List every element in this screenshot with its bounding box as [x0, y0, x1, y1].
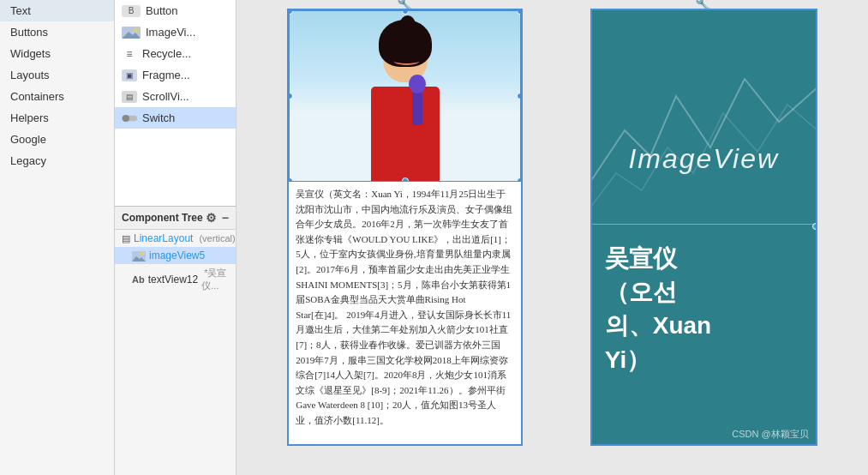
sidebar-item-buttons[interactable]: Buttons — [0, 21, 114, 43]
sidebar-item-text[interactable]: Text — [0, 0, 114, 21]
svg-point-7 — [141, 252, 144, 256]
tree-item-label-textview12: textView12 — [148, 274, 198, 286]
sidebar-item-google[interactable]: Google — [0, 129, 114, 150]
component-item-imageview[interactable]: ImageVi... — [115, 21, 236, 43]
component-item-fragment[interactable]: ▣ Fragme... — [115, 64, 236, 86]
component-label-button: Button — [146, 4, 178, 17]
editor-area: 🔧 — [236, 0, 868, 475]
tree-settings-icon[interactable]: ⚙ — [206, 211, 217, 225]
sidebar-item-helpers[interactable]: Helpers — [0, 107, 114, 129]
tree-layout-icon: ▤ — [122, 233, 130, 244]
component-item-scrollview[interactable]: ▤ ScrollVi... — [115, 86, 236, 107]
right-phone-container: 🔧 ImageView 吴宣仪 （오선 의、Xuan Yi） CSDN @林颖宝… — [590, 9, 817, 446]
fragment-icon: ▣ — [122, 69, 137, 81]
sidebar-item-legacy[interactable]: Legacy — [0, 150, 114, 171]
tree-header-actions: ⚙ − — [206, 211, 229, 225]
component-list: B Button ImageVi... ≡ Recycle... ▣ Fragm… — [115, 0, 236, 206]
svg-point-2 — [135, 27, 139, 32]
tree-imageview-icon — [132, 250, 146, 262]
tree-item-label-imageview5: imageView5 — [149, 250, 205, 262]
svg-rect-8 — [592, 10, 816, 225]
component-tree-header: Component Tree ⚙ − — [115, 207, 236, 230]
person-mic — [412, 91, 422, 125]
image-view-box — [289, 10, 521, 182]
tree-item-label-linearlayout: LinearLayout — [134, 232, 193, 244]
component-item-button[interactable]: B Button — [115, 0, 236, 21]
mountain-svg — [592, 10, 816, 225]
selection-handle-bc[interactable] — [402, 177, 409, 182]
svg-point-4 — [123, 114, 129, 121]
imageview-label: ImageView — [592, 143, 816, 175]
button-icon: B — [122, 5, 141, 17]
tree-item-sublabel-linearlayout: (vertical) — [196, 233, 235, 244]
tree-item-imageview5[interactable]: imageView5 — [115, 247, 236, 264]
sidebar-item-layouts[interactable]: Layouts — [0, 64, 114, 86]
chinese-line2: （오선 — [605, 275, 803, 309]
chinese-line4: Yi） — [605, 343, 803, 376]
sidebar-item-containers[interactable]: Containers — [0, 86, 114, 107]
left-panel: B Button ImageVi... ≡ Recycle... ▣ Fragm… — [115, 0, 236, 475]
right-selection-handle[interactable] — [812, 223, 817, 230]
tree-item-linearlayout[interactable]: ▤ LinearLayout (vertical) — [115, 230, 236, 247]
scrollview-icon: ▤ — [122, 91, 137, 103]
tree-item-textview12[interactable]: Ab textView12 *吴宣仪... — [115, 264, 236, 295]
chinese-line1: 吴宣仪 — [605, 242, 803, 275]
chinese-line3: 의、Xuan — [605, 309, 803, 342]
person-smile — [393, 57, 419, 65]
palette-sidebar: Text Buttons Widgets Layouts Containers … — [0, 0, 115, 475]
component-label-scrollview: ScrollVi... — [142, 90, 189, 103]
imageview-icon — [122, 27, 141, 39]
component-tree-title: Component Tree — [122, 212, 203, 224]
sidebar-item-widgets[interactable]: Widgets — [0, 43, 114, 64]
selection-handle-tr[interactable] — [517, 10, 521, 15]
selection-handle-mr[interactable] — [517, 93, 521, 99]
chinese-text-block: 吴宣仪 （오선 의、Xuan Yi） — [592, 233, 816, 385]
component-label-recyclerview: Recycle... — [142, 47, 191, 60]
selection-handle-br[interactable] — [517, 177, 521, 182]
tree-textview-icon: Ab — [132, 274, 145, 285]
person-mic-head — [409, 75, 426, 93]
switch-icon — [122, 112, 137, 124]
person-hair-top — [399, 15, 415, 33]
component-item-recyclerview[interactable]: ≡ Recycle... — [115, 43, 236, 64]
csdn-watermark: CSDN @林颖宝贝 — [732, 428, 808, 441]
right-phone-frame: ImageView 吴宣仪 （오선 의、Xuan Yi） CSDN @林颖宝贝 — [590, 9, 817, 446]
component-tree-panel: Component Tree ⚙ − ▤ LinearLayout (verti… — [115, 206, 236, 475]
phone-text-content: 吴宣仪（英文名：Xuan Yi，1994年11月25日出生于沈阳市沈山市，中国内… — [289, 182, 521, 443]
left-phone-container: 🔧 — [287, 9, 523, 446]
component-label-fragment: Fragme... — [142, 69, 190, 81]
person-body — [371, 87, 440, 181]
component-label-switch: Switch — [142, 111, 175, 124]
component-item-switch[interactable]: Switch — [115, 107, 236, 129]
tree-collapse-icon[interactable]: − — [222, 211, 229, 225]
recyclerview-icon: ≡ — [122, 48, 137, 60]
tree-item-sublabel-textview12: *吴宣仪... — [201, 267, 229, 292]
component-label-imageview: ImageVi... — [146, 26, 195, 39]
left-phone-frame: 吴宣仪（英文名：Xuan Yi，1994年11月25日出生于沈阳市沈山市，中国内… — [287, 9, 523, 446]
